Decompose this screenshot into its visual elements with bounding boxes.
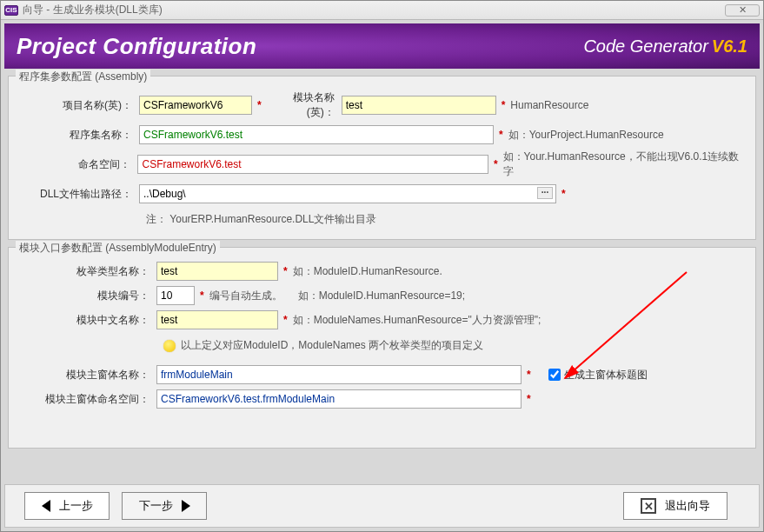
prev-label: 上一步 [59,498,93,514]
footer-bar: 上一步 下一步 ✕ 退出向导 [4,484,760,528]
dll-path-input[interactable] [139,184,556,203]
banner: Project Configuration Code Generator V6.… [4,23,760,69]
enum-label: 枚举类型名称： [17,264,156,279]
required-asterisk: * [278,265,293,277]
enum-hint: 如：ModuleID.HumanResource. [293,264,442,279]
banner-version: V6.1 [712,37,747,57]
required-asterisk: * [522,393,536,405]
module-name-label: 模块名称(英)： [267,90,342,120]
close-button[interactable]: ✕ [725,4,760,17]
assembly-name-input[interactable] [139,125,494,144]
gen-caption-checkbox-input[interactable] [548,369,561,381]
assembly-legend: 程序集参数配置 (Assembly) [16,70,150,84]
required-asterisk: * [522,369,536,381]
required-asterisk: * [496,99,511,111]
chevron-right-icon [182,500,190,512]
namespace-label: 命名空间： [17,157,137,172]
next-label: 下一步 [139,498,173,514]
exit-label: 退出向导 [665,498,710,514]
module-id-label: 模块编号： [17,289,156,303]
module-cn-label: 模块中文名称： [17,313,156,328]
dll-note: YourERP.HumanResource.DLL文件输出目录 [169,213,376,225]
bulb-icon [163,340,176,352]
assembly-group: 程序集参数配置 (Assembly) 项目名称(英)： * 模块名称(英)： *… [8,76,756,240]
assembly-name-label: 程序集名称： [17,128,139,143]
banner-product: Code Generator [583,37,708,57]
namespace-hint: 如：Your.HumanResource，不能出现V6.0.1连续数字 [503,150,747,179]
next-button[interactable]: 下一步 [122,492,207,520]
mainns-input[interactable] [156,389,522,409]
gen-caption-label: 生成主窗体标题图 [564,368,648,382]
enum-input[interactable] [156,262,278,281]
project-name-input[interactable] [139,96,252,115]
mainform-label: 模块主窗体名称： [17,368,156,382]
gen-caption-checkbox[interactable]: 生成主窗体标题图 [548,368,648,382]
module-entry-legend: 模块入口参数配置 (AssemblyModuleEntry) [16,241,220,256]
assembly-name-hint: 如：YourProject.HumanResource [508,128,664,143]
required-asterisk: * [278,314,293,326]
required-asterisk: * [494,129,508,141]
bulb-text: 以上定义对应ModuleID，ModuleNames 两个枚举类型的项目定义 [181,338,483,353]
module-name-hint: HumanResource [510,99,588,111]
mainns-label: 模块主窗体命名空间： [17,392,156,407]
module-name-input[interactable] [342,96,496,115]
required-asterisk: * [488,158,503,170]
required-asterisk: * [252,99,267,111]
project-name-label: 项目名称(英)： [17,98,139,113]
required-asterisk: * [556,188,571,200]
dll-note-prefix: 注： [146,213,167,225]
module-cn-input[interactable] [156,310,278,329]
namespace-input[interactable] [137,155,488,174]
module-id-auto: 编号自动生成。 [209,289,282,303]
dll-note-row: 注： YourERP.HumanResource.DLL文件输出目录 [146,209,747,230]
window-title: 向导 - 生成业务模块(DLL类库) [23,3,725,17]
mainform-input[interactable] [156,365,522,384]
exit-button[interactable]: ✕ 退出向导 [623,492,727,520]
module-id-hint: 如：ModuleID.HumanResource=19; [298,289,465,303]
prev-button[interactable]: 上一步 [24,492,110,520]
module-cn-hint: 如：ModuleNames.HumanResource="人力资源管理"; [293,313,541,328]
dll-path-label: DLL文件输出路径： [17,187,139,202]
required-asterisk: * [195,289,209,302]
close-icon: ✕ [641,498,656,514]
banner-title: Project Configuration [17,33,256,60]
module-id-input[interactable] [156,286,195,305]
title-bar: CIS 向导 - 生成业务模块(DLL类库) ✕ [1,1,763,20]
chevron-left-icon [42,500,50,512]
browse-button[interactable]: ··· [537,187,553,199]
module-entry-group: 模块入口参数配置 (AssemblyModuleEntry) 枚举类型名称： *… [8,247,756,449]
bulb-hint-row: 以上定义对应ModuleID，ModuleNames 两个枚举类型的项目定义 [163,335,747,360]
app-icon: CIS [4,5,18,16]
